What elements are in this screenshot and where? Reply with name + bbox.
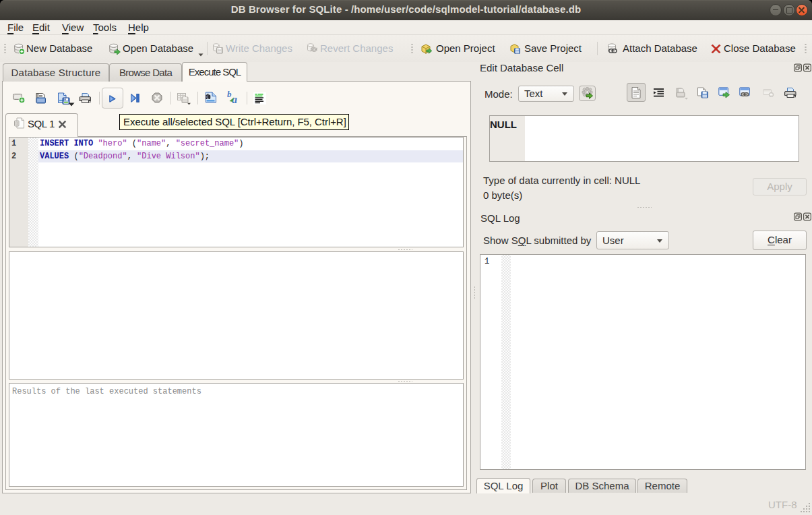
svg-text:b: b — [227, 90, 232, 99]
